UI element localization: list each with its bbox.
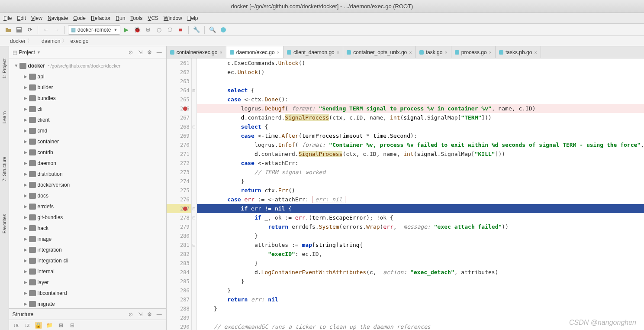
menu-view[interactable]: View: [31, 15, 42, 21]
fold-marker[interactable]: ⊟: [192, 213, 196, 222]
open-icon[interactable]: [3, 25, 13, 35]
breadcrumb-exec.go[interactable]: exec.go: [69, 38, 88, 44]
tree-item-migrate[interactable]: ▶migrate: [9, 298, 166, 308]
breakpoint-icon[interactable]: [183, 207, 187, 211]
fold-marker[interactable]: [192, 259, 196, 268]
save-icon[interactable]: [14, 25, 24, 35]
fold-marker[interactable]: [192, 304, 196, 313]
vtab-project[interactable]: 1: Project: [1, 55, 8, 82]
tree-item-daemon[interactable]: ▶daemon: [9, 158, 166, 168]
tab-process-go[interactable]: process.go×: [451, 46, 496, 58]
breakpoint-icon[interactable]: [183, 107, 187, 111]
fold-marker[interactable]: [192, 95, 196, 104]
folder-toggle-icon[interactable]: 📁: [46, 322, 53, 329]
gutter-line[interactable]: 265: [167, 95, 191, 104]
tab-daemon-exec-go[interactable]: daemon/exec.go×: [226, 46, 283, 58]
fold-marker[interactable]: [192, 186, 196, 195]
code-line[interactable]: if err != nil {: [197, 204, 644, 213]
tab-container_opts_unix-go[interactable]: container_opts_unix.go×: [343, 46, 416, 58]
tree-item-integration[interactable]: ▶integration: [9, 244, 166, 255]
fold-marker[interactable]: ⊟: [192, 204, 196, 213]
sync-icon[interactable]: ⟳: [25, 25, 35, 35]
fold-marker[interactable]: [192, 249, 196, 259]
code-line[interactable]: return ctx.Err(): [197, 186, 644, 195]
code-line[interactable]: select {: [197, 122, 644, 131]
menu-edit[interactable]: Edit: [17, 15, 26, 21]
gutter-line[interactable]: 277: [167, 204, 191, 213]
fold-marker[interactable]: ⊟: [192, 122, 196, 131]
gutter-line[interactable]: 267: [167, 113, 191, 122]
code-line[interactable]: case err := <-attachErr:err: nil: [197, 195, 644, 204]
code-line[interactable]: [197, 77, 644, 86]
fold-gutter[interactable]: ⊟⊟⊟⊟⊟: [192, 58, 197, 330]
back-icon[interactable]: ←: [41, 25, 51, 35]
tree-item-distribution[interactable]: ▶distribution: [9, 168, 166, 179]
close-icon[interactable]: ×: [219, 50, 222, 55]
close-icon[interactable]: ×: [409, 50, 412, 55]
collapse-icon[interactable]: ⇲: [137, 49, 144, 56]
tree-item-client[interactable]: ▶client: [9, 114, 166, 125]
gutter-line[interactable]: 278: [167, 213, 191, 222]
gutter-line[interactable]: 280: [167, 231, 191, 240]
gutter-line[interactable]: 284: [167, 268, 191, 277]
code-line[interactable]: logrus.Debugf( format: "Sending TERM sig…: [197, 104, 644, 113]
gutter-line[interactable]: 283: [167, 259, 191, 268]
vtab-favorites[interactable]: Favorites: [1, 210, 8, 237]
fold-marker[interactable]: [192, 140, 196, 149]
fold-marker[interactable]: [192, 131, 196, 140]
gutter-line[interactable]: 268: [167, 122, 191, 131]
code-line[interactable]: if _, ok := err.(term.EscapeError); !ok …: [197, 213, 644, 222]
fold-marker[interactable]: ⊟: [192, 86, 196, 95]
breadcrumb-daemon[interactable]: daemon: [34, 38, 60, 44]
code-line[interactable]: }: [197, 259, 644, 268]
gutter-line[interactable]: 289: [167, 313, 191, 322]
attach-icon[interactable]: ⬡: [165, 25, 174, 35]
close-icon[interactable]: ×: [277, 50, 280, 55]
fold-marker[interactable]: [192, 286, 196, 295]
menu-vcs[interactable]: VCS: [148, 15, 158, 21]
menu-file[interactable]: File: [3, 15, 12, 21]
menu-tools[interactable]: Tools: [130, 15, 142, 21]
code-line[interactable]: "execID": ec.ID,: [197, 249, 644, 259]
close-icon[interactable]: ×: [489, 50, 492, 55]
structure-collapse-icon[interactable]: ⇲: [137, 311, 144, 318]
fold-marker[interactable]: [192, 195, 196, 204]
close-icon[interactable]: ×: [444, 50, 447, 55]
gutter-line[interactable]: 262: [167, 68, 191, 77]
forward-icon[interactable]: →: [52, 25, 61, 35]
profile-icon[interactable]: ◴: [154, 25, 164, 35]
gutter-line[interactable]: 282: [167, 249, 191, 259]
gutter-line[interactable]: 270: [167, 140, 191, 149]
code-line[interactable]: case <-ctx.Done():: [197, 95, 644, 104]
gutter-line[interactable]: 271: [167, 149, 191, 159]
tree-item-bundles[interactable]: ▶bundles: [9, 93, 166, 104]
gutter-line[interactable]: 272: [167, 159, 191, 168]
fold-marker[interactable]: [192, 322, 196, 330]
structure-gear-icon[interactable]: ⚙: [146, 311, 153, 318]
fold-marker[interactable]: [192, 295, 196, 304]
settings-icon[interactable]: 🔧: [192, 25, 201, 35]
menu-refactor[interactable]: Refactor: [91, 15, 110, 21]
tree-item-hack[interactable]: ▶hack: [9, 223, 166, 233]
search-icon[interactable]: 🔍: [208, 25, 217, 35]
run-config-selector[interactable]: ▦ docker-remote ▼: [68, 25, 120, 35]
menu-run[interactable]: Run: [116, 15, 125, 21]
tree-root[interactable]: ▼docker~/go/src/github.com/docker/docker: [9, 60, 166, 71]
code-line[interactable]: c.ExecCommands.Unlock(): [197, 58, 644, 68]
coverage-icon[interactable]: ⛨: [143, 25, 153, 35]
fold-marker[interactable]: [192, 104, 196, 113]
breadcrumb-docker[interactable]: docker: [3, 38, 26, 44]
tree-item-errdefs[interactable]: ▶errdefs: [9, 201, 166, 212]
code-line[interactable]: ec.Unlock(): [197, 68, 644, 77]
tab-tasks-pb-go[interactable]: tasks.pb.go×: [496, 46, 541, 58]
fold-marker[interactable]: [192, 68, 196, 77]
gutter-line[interactable]: 269: [167, 131, 191, 140]
code-line[interactable]: }: [197, 177, 644, 186]
tree-item-dockerversion[interactable]: ▶dockerversion: [9, 179, 166, 190]
close-icon[interactable]: ×: [337, 50, 339, 55]
tree-item-cli[interactable]: ▶cli: [9, 104, 166, 114]
fold-marker[interactable]: [192, 168, 196, 177]
code-line[interactable]: attributes := map[string]string{: [197, 240, 644, 249]
project-tree[interactable]: ▼docker~/go/src/github.com/docker/docker…: [9, 58, 166, 308]
code-line[interactable]: d.containerd.SignalProcess(ctx, c.ID, na…: [197, 113, 644, 122]
